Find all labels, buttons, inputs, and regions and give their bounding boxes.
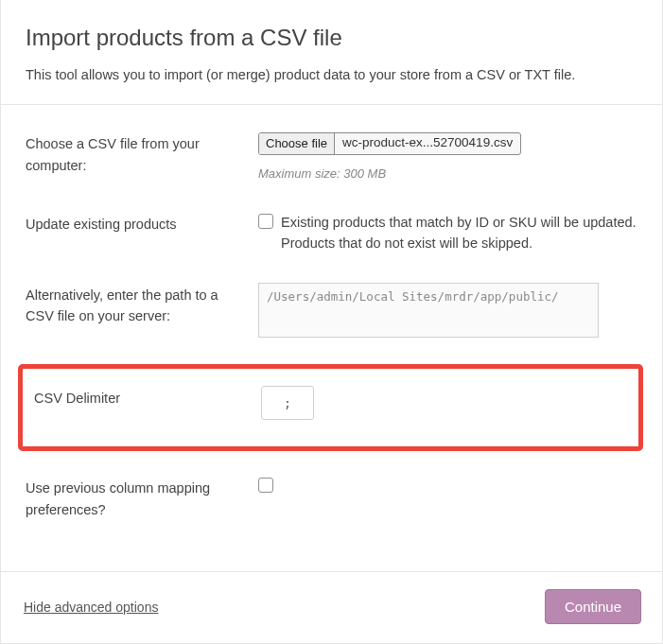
field-csv-delimiter	[261, 386, 629, 420]
field-choose-file: Choose file wc-product-ex...52700419.csv…	[258, 131, 637, 183]
form-area: Choose a CSV file from your computer: Ch…	[1, 105, 662, 571]
row-update-existing: Update existing products Existing produc…	[26, 204, 637, 260]
row-prev-mapping: Use previous column mapping preferences?	[26, 468, 637, 526]
toggle-advanced-link[interactable]: Hide advanced options	[24, 600, 158, 615]
field-server-path	[258, 283, 637, 343]
desc-update-existing: Existing products that match by ID or SK…	[281, 212, 637, 254]
panel-header: Import products from a CSV file This too…	[1, 0, 662, 104]
checkbox-update-existing[interactable]	[258, 214, 273, 229]
label-choose-file: Choose a CSV file from your computer:	[26, 131, 258, 176]
input-csv-delimiter[interactable]	[261, 386, 314, 420]
label-server-path: Alternatively, enter the path to a CSV f…	[26, 283, 258, 327]
field-update-existing: Existing products that match by ID or SK…	[258, 212, 637, 254]
import-panel: Import products from a CSV file This too…	[0, 0, 663, 644]
label-update-existing: Update existing products	[26, 212, 258, 235]
continue-button[interactable]: Continue	[545, 589, 641, 624]
row-csv-delimiter: CSV Delimiter	[18, 364, 643, 451]
checkbox-prev-mapping[interactable]	[258, 478, 273, 493]
page-subtitle: This tool allows you to import (or merge…	[26, 64, 637, 85]
row-choose-file: Choose a CSV file from your computer: Ch…	[26, 124, 637, 188]
input-server-path[interactable]	[258, 283, 599, 338]
row-server-path: Alternatively, enter the path to a CSV f…	[26, 275, 637, 349]
label-prev-mapping: Use previous column mapping preferences?	[26, 476, 258, 520]
choose-file-button[interactable]: Choose file	[259, 132, 335, 155]
chosen-file-name: wc-product-ex...52700419.csv	[335, 133, 520, 153]
page-title: Import products from a CSV file	[26, 25, 637, 51]
panel-footer: Hide advanced options Continue	[1, 571, 662, 643]
file-picker[interactable]: Choose file wc-product-ex...52700419.csv	[258, 132, 521, 155]
label-csv-delimiter: CSV Delimiter	[34, 386, 261, 409]
max-size-hint: Maximum size: 300 MB	[258, 165, 637, 183]
field-prev-mapping	[258, 476, 637, 496]
